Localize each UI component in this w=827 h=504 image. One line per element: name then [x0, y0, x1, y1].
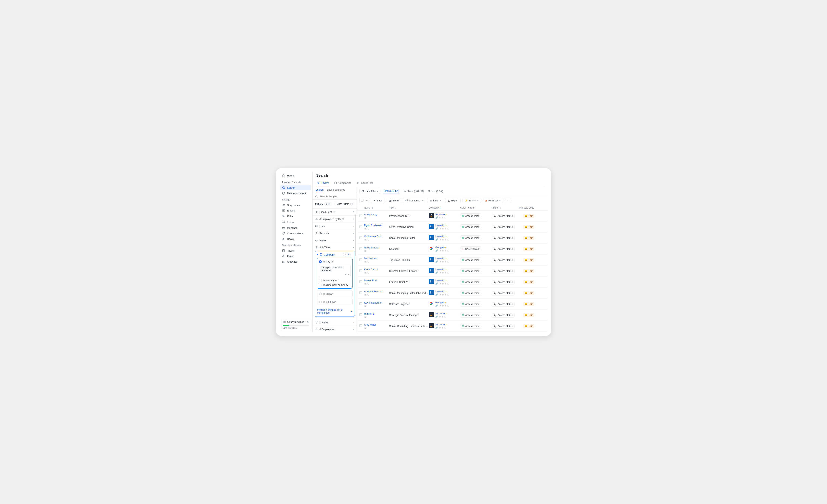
linkedin-mini-icon[interactable]: in: [364, 272, 366, 274]
sidebar-item-conversations[interactable]: Conversations: [280, 231, 311, 236]
twitter-mini-icon[interactable]: 𝕏: [447, 293, 449, 296]
scope-tab[interactable]: Saved (1.5K): [428, 188, 443, 194]
company-link[interactable]: LinkedIn: [435, 268, 445, 271]
quick-action-button[interactable]: ⤓Save Contact: [460, 246, 481, 251]
filter-job-titles[interactable]: Job Titles: [313, 244, 357, 251]
company-count-pill[interactable]: ✕ 3: [343, 253, 351, 256]
email-button[interactable]: Email: [387, 198, 401, 203]
checkbox[interactable]: [319, 279, 322, 282]
person-link[interactable]: Murillo Leal: [364, 257, 377, 260]
access-mobile-button[interactable]: 📞Access Mobile: [492, 225, 515, 229]
subtab-saved-searches[interactable]: Saved searches: [327, 188, 345, 193]
quick-action-button[interactable]: ✉︎Access email: [460, 224, 481, 229]
sidebar-item-deals[interactable]: Deals: [280, 236, 311, 241]
link-icon[interactable]: 🔗: [435, 272, 438, 274]
quick-action-button[interactable]: ✉︎Access email: [460, 258, 481, 263]
search-input[interactable]: [320, 195, 354, 198]
quick-action-button[interactable]: ✉︎Access email: [460, 280, 481, 284]
link-icon[interactable]: 🔗: [435, 261, 438, 263]
crunchbase-mini-icon[interactable]: ↗: [439, 227, 441, 230]
twitter-mini-icon[interactable]: 𝕏: [367, 282, 369, 285]
quick-action-button[interactable]: ✉︎Access email: [460, 324, 481, 329]
person-link[interactable]: Kevin Naughton: [364, 301, 382, 304]
scope-tab[interactable]: Net New (561.0K): [403, 188, 424, 194]
lists-button[interactable]: Lists: [427, 198, 443, 203]
linkedin-mini-icon[interactable]: in: [364, 238, 366, 241]
person-link[interactable]: Katie Carroll: [364, 268, 378, 271]
linkedin-mini-icon[interactable]: in: [364, 305, 366, 307]
twitter-mini-icon[interactable]: 𝕏: [444, 327, 446, 329]
more-filters-button[interactable]: More Filters: [335, 202, 354, 206]
row-checkbox[interactable]: [359, 324, 362, 327]
company-link[interactable]: LinkedIn: [435, 290, 445, 293]
linkedin-mini-icon[interactable]: in: [442, 249, 444, 252]
close-icon[interactable]: ✕: [306, 321, 309, 323]
link-icon[interactable]: 🔗: [435, 216, 438, 219]
company-link[interactable]: LinkedIn: [435, 279, 445, 282]
sidebar-item-analytics[interactable]: Analytics: [280, 259, 311, 264]
checkbox[interactable]: [361, 199, 363, 202]
company-link[interactable]: LinkedIn: [435, 257, 445, 260]
company-link[interactable]: Google: [435, 301, 444, 304]
linkedin-mini-icon[interactable]: in: [364, 261, 366, 263]
access-mobile-button[interactable]: 📞Access Mobile: [492, 236, 515, 240]
filter--employees[interactable]: # Employees: [313, 326, 357, 332]
sidebar-home[interactable]: Home: [280, 173, 311, 178]
filter-location[interactable]: Location: [313, 319, 357, 326]
col-title[interactable]: Title⇅: [389, 206, 429, 209]
facebook-mini-icon[interactable]: f: [445, 282, 446, 285]
linkedin-mini-icon[interactable]: in: [439, 316, 441, 318]
twitter-mini-icon[interactable]: 𝕏: [447, 238, 449, 241]
twitter-mini-icon[interactable]: 𝕏: [447, 282, 449, 285]
facebook-mini-icon[interactable]: f: [445, 238, 446, 241]
access-mobile-button[interactable]: 📞Access Mobile: [492, 258, 515, 263]
facebook-mini-icon[interactable]: f: [442, 327, 443, 329]
facebook-mini-icon[interactable]: f: [442, 216, 443, 219]
hide-filters-button[interactable]: Hide Filters: [359, 189, 380, 194]
more-button[interactable]: ⋯: [505, 198, 511, 203]
sidebar-item-data-enrichment[interactable]: Data enrichment: [280, 190, 311, 196]
linkedin-mini-icon[interactable]: in: [442, 261, 444, 263]
twitter-mini-icon[interactable]: 𝕏: [367, 227, 369, 230]
linkedin-mini-icon[interactable]: in: [442, 238, 444, 241]
access-mobile-button[interactable]: 📞Access Mobile: [492, 324, 515, 329]
company-link[interactable]: Google: [435, 246, 444, 249]
access-mobile-button[interactable]: 📞Access Mobile: [492, 280, 515, 284]
scrollbar[interactable]: [355, 214, 356, 256]
access-mobile-button[interactable]: 📞Access Mobile: [492, 302, 515, 306]
clear-chips-icon[interactable]: ✕: [345, 273, 347, 276]
tab-people[interactable]: People: [316, 180, 329, 186]
company-link[interactable]: Amazon: [435, 213, 445, 216]
company-link[interactable]: LinkedIn: [435, 224, 445, 227]
access-mobile-button[interactable]: 📞Access Mobile: [492, 269, 515, 273]
company-link[interactable]: LinkedIn: [435, 235, 445, 238]
link-icon[interactable]: 🔗: [435, 282, 438, 285]
sidebar-item-emails[interactable]: Emails: [280, 208, 311, 213]
is-unknown-option[interactable]: Is unknown: [317, 299, 353, 305]
linkedin-mini-icon[interactable]: in: [442, 282, 444, 285]
linkedin-mini-icon[interactable]: in: [442, 227, 444, 230]
tab-saved-lists[interactable]: Saved lists: [356, 180, 374, 186]
twitter-mini-icon[interactable]: 𝕏: [444, 316, 446, 318]
row-checkbox[interactable]: [359, 214, 362, 217]
hubspot-button[interactable]: ◉ HubSpot: [483, 198, 503, 203]
crunchbase-mini-icon[interactable]: ↗: [439, 304, 441, 307]
crunchbase-mini-icon[interactable]: ↗: [439, 282, 441, 285]
filters-count-pill[interactable]: 3 ✕: [324, 202, 332, 206]
sidebar-item-tasks[interactable]: Tasks: [280, 248, 311, 254]
is-known-option[interactable]: Is known: [317, 290, 353, 297]
radio-selected-icon[interactable]: [319, 260, 322, 263]
person-link[interactable]: Guilherme Odri: [364, 235, 381, 238]
twitter-mini-icon[interactable]: 𝕏: [447, 227, 449, 230]
linkedin-mini-icon[interactable]: in: [364, 316, 366, 318]
quick-action-button[interactable]: ✉︎Access email: [460, 290, 481, 295]
person-link[interactable]: Himani S.: [364, 312, 375, 315]
facebook-mini-icon[interactable]: f: [445, 293, 446, 296]
twitter-mini-icon[interactable]: 𝕏: [447, 304, 449, 307]
facebook-mini-icon[interactable]: f: [445, 227, 446, 230]
access-mobile-button[interactable]: 📞Access Mobile: [492, 313, 515, 318]
link-icon[interactable]: 🔗: [435, 327, 438, 329]
crunchbase-mini-icon[interactable]: ↗: [439, 293, 441, 296]
facebook-mini-icon[interactable]: f: [445, 249, 446, 252]
person-link[interactable]: Andrew Seaman: [364, 290, 383, 293]
